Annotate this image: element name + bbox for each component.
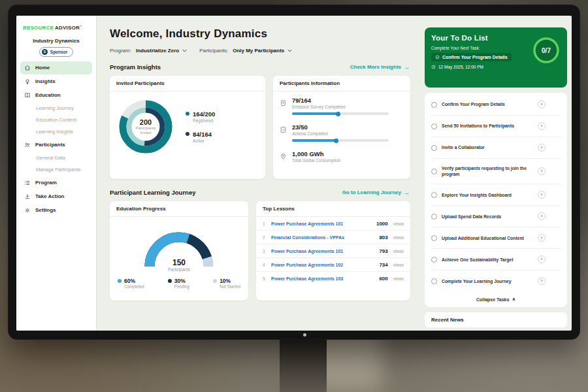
metric-row: 79/164 Emission Survey Completed — [273, 91, 410, 118]
lesson-link[interactable]: Financial Considerations - VPPAs — [271, 235, 375, 240]
metric-row: 23/50 Actions Completed — [273, 118, 410, 145]
sidebar-item-learning-journey[interactable]: Learning Journey — [20, 103, 92, 114]
go-to-learning-journey-link[interactable]: Go to Learning Journey → — [342, 189, 410, 196]
task-checkbox[interactable] — [431, 102, 437, 108]
logo-secondary: ADVISOR — [55, 25, 80, 31]
card-title: Top Lessons — [256, 201, 410, 217]
participants-icon — [24, 142, 31, 148]
participants-information-card: Participants Information 79/164 Emission… — [273, 76, 410, 179]
main-content: Welcome, Industry Dynamics Program: Indu… — [97, 16, 417, 331]
sidebar-item-learning-insights[interactable]: Learning Insights — [20, 126, 92, 138]
todo-panel: Your To Do List Complete Your Next Task:… — [425, 27, 567, 331]
education-gauge-chart: 150 Participants — [137, 222, 221, 272]
lesson-link[interactable]: Power Purchase Agreements 101 — [271, 249, 375, 253]
progress-bar — [292, 112, 389, 115]
check-more-insights-link[interactable]: Check More Insights → — [350, 64, 410, 71]
task-checkbox[interactable] — [431, 235, 437, 241]
task-chevron-icon[interactable]: › — [538, 101, 546, 108]
task-checkbox[interactable] — [431, 192, 437, 198]
task-checkbox[interactable] — [431, 214, 437, 220]
task-checkbox[interactable] — [431, 257, 437, 263]
task-checkbox[interactable] — [431, 169, 437, 174]
task-item[interactable]: Explore Your Insights Dashboard › — [431, 184, 561, 206]
donut-center-value: 200 — [140, 118, 152, 126]
lesson-row: 5 Power Purchase Agreements 103 600 view… — [256, 272, 410, 285]
collapse-tasks-button[interactable]: Collapse Tasks ∧ — [431, 291, 561, 307]
todo-next-task[interactable]: Confirm Your Program Details — [431, 53, 512, 61]
card-title: Education Progress — [110, 201, 248, 217]
sidebar-item-label: Program — [35, 180, 57, 186]
sidebar-item-label: Education — [35, 92, 61, 98]
todo-progress-badge: 0/7 — [532, 36, 561, 65]
sponsor-badge[interactable]: S Sponsor — [39, 47, 73, 57]
sidebar-item-label: Insights — [35, 78, 56, 84]
top-lessons-card: Top Lessons 1 Power Purchase Agreements … — [256, 201, 410, 301]
lesson-link[interactable]: Power Purchase Agreements 102 — [271, 263, 375, 267]
sidebar-item-settings[interactable]: Settings — [20, 204, 92, 217]
task-item[interactable]: Upload Additional Educational Content › — [431, 227, 561, 249]
filter-bar: Program: Industrialize Zero Participants… — [110, 48, 412, 54]
insights-icon — [24, 78, 31, 85]
task-item[interactable]: Upload Spend Data Records › — [431, 206, 561, 227]
sidebar-item-insights[interactable]: Insights — [20, 75, 92, 88]
sidebar-item-manage-participants[interactable]: Manage Participants — [20, 164, 92, 176]
task-item[interactable]: Verify participants requesting to join t… — [431, 159, 561, 184]
todo-task-list: Confirm Your Program Details › Send 50 I… — [425, 93, 567, 307]
chevron-up-icon: ∧ — [512, 297, 515, 302]
sidebar-item-label: Home — [35, 65, 50, 71]
todo-progress-text: 0/7 — [532, 36, 561, 65]
logo-plus: + — [80, 24, 82, 27]
task-chevron-icon[interactable]: › — [538, 191, 546, 199]
legend-item-not-started: 10% Not Started — [213, 278, 240, 289]
learning-cards-row: Education Progress 150 Participants — [110, 201, 412, 301]
participants-label: Participants: — [199, 48, 228, 54]
sidebar-nav: Home Insights Education Learning Journey… — [16, 61, 96, 217]
task-chevron-icon[interactable]: › — [538, 277, 546, 285]
task-item[interactable]: Send 50 Invitations to Participants › — [431, 116, 561, 137]
task-chevron-icon[interactable]: › — [538, 167, 546, 175]
task-chevron-icon[interactable]: › — [538, 255, 546, 263]
task-chevron-icon[interactable]: › — [538, 144, 546, 152]
task-checkbox[interactable] — [431, 145, 437, 151]
task-checkbox[interactable] — [431, 278, 437, 284]
sidebar: RESOURCE ADVISOR+ Industry Dynamics S Sp… — [16, 16, 97, 331]
sidebar-item-education-content[interactable]: Education Content — [20, 114, 92, 126]
participants-select[interactable]: Only My Participants — [233, 48, 292, 54]
task-checkbox[interactable] — [431, 123, 437, 129]
sidebar-item-take-action[interactable]: Take Action — [20, 190, 92, 203]
lesson-link[interactable]: Power Purchase Agreements 101 — [271, 221, 372, 226]
task-item[interactable]: Achieve One Sustainability Target › — [431, 249, 561, 270]
arrow-right-icon: → — [404, 189, 410, 196]
sidebar-item-participants[interactable]: Participants — [20, 139, 92, 152]
consumption-pin-icon — [280, 151, 287, 158]
task-chevron-icon[interactable]: › — [538, 212, 546, 220]
program-select[interactable]: Industrialize Zero — [136, 48, 187, 54]
todo-summary-card: Your To Do List Complete Your Next Task:… — [425, 27, 567, 88]
monitor-stand — [280, 335, 327, 392]
task-chevron-icon[interactable]: › — [538, 234, 546, 242]
task-item[interactable]: Complete Your Learning Journey › — [431, 270, 561, 291]
sponsor-icon: S — [42, 49, 48, 55]
program-insights-header: Program Insights Check More Insights → — [110, 63, 412, 71]
legend-dot — [118, 279, 122, 283]
sidebar-item-education[interactable]: Education — [20, 89, 92, 102]
home-icon — [24, 65, 31, 71]
sidebar-item-home[interactable]: Home — [20, 61, 92, 74]
legend-dot — [186, 112, 189, 116]
sidebar-item-general-data[interactable]: General Data — [20, 152, 92, 164]
actions-icon — [280, 124, 287, 131]
progress-thumb — [334, 139, 338, 143]
card-title: Participants Information — [273, 76, 410, 91]
lesson-row: 4 Power Purchase Agreements 102 734 view… — [256, 258, 410, 272]
sidebar-item-program[interactable]: Program — [20, 176, 92, 189]
task-item[interactable]: Confirm Your Program Details › — [431, 94, 561, 116]
lesson-link[interactable]: Power Purchase Agreements 103 — [271, 276, 375, 281]
sidebar-item-label: Settings — [35, 207, 56, 213]
donut-center-label: Participants Invited — [132, 126, 159, 135]
section-title: Program Insights — [110, 63, 161, 71]
legend-item-active: 84/164 Active — [186, 131, 215, 143]
task-item[interactable]: Invite a Collaborator › — [431, 137, 561, 159]
progress-fill — [292, 139, 336, 142]
recent-news-header[interactable]: Recent News — [425, 312, 567, 327]
task-chevron-icon[interactable]: › — [538, 122, 546, 130]
